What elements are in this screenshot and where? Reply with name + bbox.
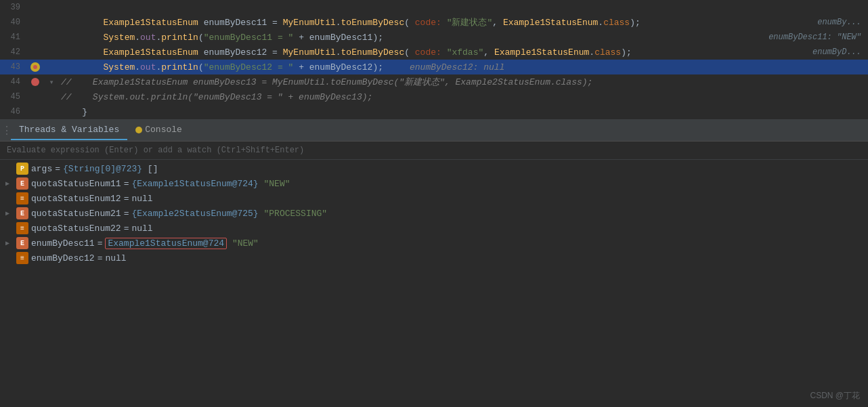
var-equals: = (124, 194, 129, 204)
var-type-icon: E (16, 177, 28, 190)
tab-console[interactable]: Console (127, 121, 190, 140)
var-type-icon: ≡ (16, 192, 28, 205)
var-value: "NEW" (227, 238, 259, 249)
var-row-quotaStatusEnum21[interactable]: ▶ E quotaStatusEnum21 = {Example2StatusE… (0, 206, 868, 221)
code-content: System.out.println("enumByDesc12 = " + e… (58, 62, 868, 72)
var-name: quotaStatusEnum11 (31, 179, 121, 189)
code-content: // Example1StatusEnum enumByDesc13 = MyE… (58, 76, 868, 88)
eval-placeholder: Evaluate expression (Enter) or add a wat… (7, 146, 304, 155)
tab-threads-variables[interactable]: Threads & Variables (11, 121, 127, 140)
breakpoint-area[interactable] (26, 78, 45, 86)
hint-right: enumByD... (812, 47, 868, 57)
line-number: 40 (0, 18, 26, 27)
var-row-quotaStatusEnum11[interactable]: ▶ E quotaStatusEnum11 = {Example1StatusE… (0, 176, 868, 191)
hint-right: enumBy... (817, 18, 868, 27)
var-type-icon: P (16, 163, 28, 175)
var-value: null (131, 223, 152, 234)
var-value: "PROCESSING" (259, 209, 327, 219)
bottom-panel: ⋮ Threads & Variables Console Evaluate e… (0, 120, 868, 407)
eval-bar[interactable]: Evaluate expression (Enter) or add a wat… (0, 142, 868, 160)
var-bracket: [] (142, 164, 158, 174)
line-number: 46 (0, 107, 26, 116)
var-name: args (31, 164, 52, 174)
var-type-icon: E (16, 207, 28, 219)
var-value: null (105, 253, 126, 263)
code-content: } (58, 107, 868, 117)
expand-icon[interactable]: ▶ (5, 239, 16, 247)
var-row-enumByDesc12[interactable]: ≡ enumByDesc12 = null (0, 251, 868, 265)
var-name: quotaStatusEnum21 (31, 209, 121, 219)
var-name: quotaStatusEnum22 (31, 223, 121, 234)
panel-header: ⋮ Threads & Variables Console (0, 120, 868, 142)
var-value: "NEW" (259, 179, 290, 189)
code-content: Example1StatusEnum enumByDesc11 = MyEnum… (58, 16, 817, 28)
breakpoint-icon (30, 62, 40, 72)
var-row-enumByDesc11[interactable]: ▶ E enumByDesc11 = Example1StatusEnum@72… (0, 236, 868, 251)
expand-icon[interactable]: ▶ (5, 209, 16, 217)
code-line-40: 40 Example1StatusEnum enumByDesc11 = MyE… (0, 15, 868, 30)
var-name: quotaStatusEnum12 (31, 194, 121, 204)
console-icon (135, 127, 142, 133)
code-line-42: 42 Example1StatusEnum enumByDesc12 = MyE… (0, 45, 868, 60)
var-name: enumByDesc12 (31, 253, 95, 263)
code-content: Example1StatusEnum enumByDesc12 = MyEnum… (58, 47, 812, 58)
var-ref: {Example1StatusEnum@724} (131, 179, 258, 189)
line-number: 44 (0, 77, 26, 87)
var-equals: = (124, 223, 129, 234)
tab-threads-variables-label: Threads & Variables (19, 125, 119, 135)
code-content: System.out.println("enumByDesc11 = " + e… (58, 33, 768, 43)
code-line-45: 45 // System.out.println("enumByDesc13 =… (0, 89, 868, 104)
var-type-icon: ≡ (16, 222, 28, 234)
code-line-46: 46 } (0, 104, 868, 119)
var-row-args[interactable]: P args = {String[0]@723} [] (0, 161, 868, 176)
var-name: enumByDesc11 (31, 238, 95, 249)
collapse-area[interactable]: ▾ (45, 77, 58, 87)
tab-console-label: Console (145, 125, 182, 135)
var-equals: = (124, 179, 129, 189)
line-number: 41 (0, 33, 26, 42)
code-line-41: 41 System.out.println("enumByDesc11 = " … (0, 30, 868, 45)
line-number: 42 (0, 47, 26, 57)
expand-icon[interactable]: ▶ (5, 179, 16, 188)
var-ref-highlighted: Example1StatusEnum@724 (105, 238, 227, 249)
var-type-icon: ≡ (16, 252, 28, 264)
var-ref: {Example2StatusEnum@725} (131, 209, 258, 219)
breakpoint-area[interactable] (26, 62, 45, 72)
var-equals: = (97, 253, 103, 263)
var-value: null (131, 194, 152, 204)
line-number: 39 (0, 3, 26, 12)
drag-handle[interactable]: ⋮ (3, 124, 11, 137)
code-line-39: 39 (0, 0, 868, 15)
var-row-quotaStatusEnum12[interactable]: ≡ quotaStatusEnum12 = null (0, 191, 868, 206)
var-type-icon: E (16, 237, 28, 249)
line-number: 43 (0, 62, 26, 72)
code-line-43: 43 System.out.println("enumByDesc12 = " … (0, 60, 868, 74)
code-line-44: 44 ▾ // Example1StatusEnum enumByDesc13 … (0, 74, 868, 89)
var-equals: = (97, 238, 103, 249)
var-row-quotaStatusEnum22[interactable]: ≡ quotaStatusEnum22 = null (0, 221, 868, 236)
code-editor: 39 40 Example1StatusEnum enumByDesc11 = … (0, 0, 868, 120)
var-equals: = (55, 164, 60, 174)
code-content: // System.out.println("enumByDesc13 = " … (58, 92, 868, 102)
hint-right: enumByDesc11: "NEW" (768, 33, 868, 42)
var-equals: = (124, 209, 129, 219)
watermark: CSDN @丁花 (810, 390, 860, 402)
line-number: 45 (0, 92, 26, 102)
var-ref: {String[0]@723} (63, 164, 142, 174)
variables-area: P args = {String[0]@723} [] ▶ E quotaSta… (0, 160, 868, 407)
breakpoint-icon (31, 78, 39, 86)
